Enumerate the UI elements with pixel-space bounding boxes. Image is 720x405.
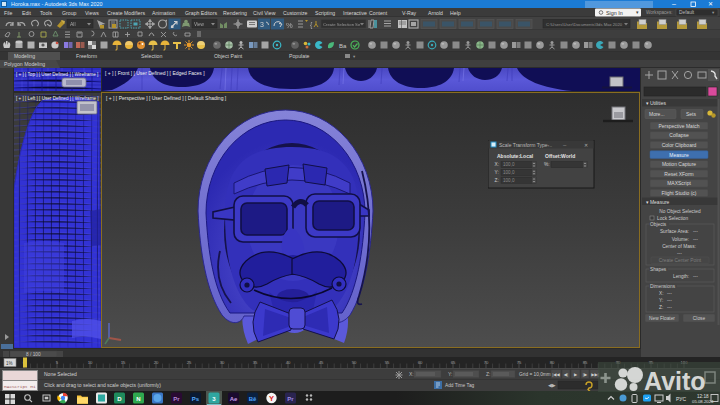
- svg-text:Bē: Bē: [249, 396, 257, 402]
- svg-text:✕: ✕: [708, 1, 713, 7]
- svg-text:45: 45: [319, 360, 324, 365]
- svg-text:Lock Selection: Lock Selection: [657, 216, 689, 221]
- svg-text:Horoka.max - Autodesk 3ds Max: Horoka.max - Autodesk 3ds Max 2020: [11, 1, 102, 7]
- svg-text:Views: Views: [85, 10, 99, 16]
- svg-text:✕: ✕: [584, 142, 588, 148]
- svg-text:3: 3: [260, 21, 264, 28]
- svg-text:Civil View: Civil View: [253, 10, 276, 16]
- svg-text:[ + ] [ Front ] [ User Defined: [ + ] [ Front ] [ User Defined ] [ Edged…: [105, 70, 205, 76]
- svg-text:Length:: Length:: [673, 274, 689, 279]
- svg-text:Arnold: Arnold: [428, 10, 443, 16]
- svg-text:More...: More...: [649, 111, 665, 117]
- svg-text:Modifiers: Modifiers: [124, 10, 145, 16]
- svg-text:C:\Users\User\Documents\3ds Ma: C:\Users\User\Documents\3ds Max 2020: [546, 22, 623, 27]
- svg-text:Content: Content: [369, 10, 388, 16]
- svg-text:10: 10: [88, 360, 93, 365]
- svg-text:Customize: Customize: [283, 10, 308, 16]
- svg-text:[ + ] [ Left ] [ User Defined: [ + ] [ Left ] [ User Defined ] [ Wirefr…: [16, 96, 99, 101]
- svg-text:Modeling: Modeling: [14, 53, 35, 59]
- svg-text:---: ---: [693, 229, 698, 234]
- svg-text:...: ...: [548, 142, 552, 148]
- svg-text:Dimensions: Dimensions: [650, 284, 676, 289]
- svg-text:Color Clipboard: Color Clipboard: [662, 142, 697, 148]
- svg-text:MAXScript: MAXScript: [667, 180, 691, 186]
- svg-text:None Selected: None Selected: [44, 371, 77, 377]
- svg-text:Close: Close: [693, 316, 706, 321]
- svg-text:Measure: Measure: [669, 152, 689, 158]
- svg-text:15: 15: [121, 360, 126, 365]
- svg-text:Y:: Y:: [448, 371, 452, 377]
- svg-text:Ae: Ae: [230, 396, 238, 402]
- svg-text:Freeform: Freeform: [76, 53, 97, 59]
- svg-text:100,0: 100,0: [503, 170, 515, 175]
- svg-text:Perspective Match: Perspective Match: [658, 123, 699, 129]
- svg-text:Pr: Pr: [287, 396, 294, 402]
- svg-text:Help: Help: [450, 10, 461, 16]
- svg-text:Create: Create: [107, 10, 123, 16]
- svg-text:%:: %:: [544, 162, 550, 167]
- svg-text:Shapes: Shapes: [650, 267, 667, 272]
- svg-text:Graph Editors: Graph Editors: [185, 10, 217, 16]
- svg-text:X:: X:: [409, 371, 414, 377]
- svg-text:60: 60: [418, 360, 423, 365]
- svg-text:Default: Default: [679, 10, 695, 15]
- svg-text:Rendering: Rendering: [223, 10, 247, 16]
- svg-text:▾: ▾: [353, 54, 356, 59]
- svg-text:Offset:World: Offset:World: [545, 153, 575, 159]
- svg-text:Ba: Ba: [339, 43, 347, 49]
- svg-text:55: 55: [385, 360, 390, 365]
- svg-text:35: 35: [253, 360, 258, 365]
- svg-text:Tools: Tools: [40, 10, 53, 16]
- svg-text:65: 65: [451, 360, 456, 365]
- svg-text:РУС: РУС: [676, 396, 686, 402]
- svg-text:◀|: ◀|: [564, 372, 568, 377]
- svg-text:Group: Group: [62, 10, 77, 16]
- svg-text:%: %: [286, 21, 293, 30]
- svg-text:X:: X:: [659, 291, 664, 296]
- svg-text:---: ---: [677, 251, 682, 256]
- svg-text:Polygon Modeling: Polygon Modeling: [4, 61, 45, 67]
- svg-text:Y: Y: [269, 394, 274, 403]
- svg-text:Absolute:Local: Absolute:Local: [497, 153, 534, 159]
- svg-text:5: 5: [56, 360, 59, 365]
- svg-text:Z:: Z:: [486, 371, 490, 377]
- svg-text:Ps: Ps: [192, 396, 200, 402]
- svg-text:Y:: Y:: [659, 298, 663, 303]
- svg-text:V-Ray: V-Ray: [402, 10, 417, 16]
- svg-text:---: ---: [667, 305, 672, 310]
- svg-text:Edit: Edit: [22, 10, 31, 16]
- svg-text:Interactive: Interactive: [343, 10, 367, 16]
- svg-text:---: ---: [693, 274, 698, 279]
- svg-text:–: –: [672, 0, 676, 7]
- svg-text:[ + ] [ Top ] [ User Defined ]: [ + ] [ Top ] [ User Defined ] [ Wirefra…: [16, 72, 98, 77]
- svg-text:100,0: 100,0: [503, 178, 515, 183]
- svg-text:Center of Mass:: Center of Mass:: [662, 244, 696, 249]
- svg-text:Object Paint: Object Paint: [214, 53, 243, 59]
- svg-text:View: View: [194, 22, 205, 27]
- svg-text:Click and drag to select and s: Click and drag to select and scale objec…: [44, 382, 161, 388]
- svg-text:[ + ] [ Perspective ] [ User D: [ + ] [ Perspective ] [ User Defined ] […: [106, 95, 227, 101]
- svg-text:Sign In: Sign In: [606, 10, 623, 16]
- svg-text:Scripting: Scripting: [315, 10, 335, 16]
- svg-text:Animation: Animation: [152, 10, 175, 16]
- svg-text:Flight Studio (c): Flight Studio (c): [661, 190, 696, 196]
- svg-text:Scale Transform Type-: Scale Transform Type-: [499, 142, 550, 148]
- svg-text:▾ Utilities: ▾ Utilities: [646, 100, 667, 106]
- svg-text:Z:: Z:: [659, 305, 663, 310]
- svg-text:Motion Capture: Motion Capture: [662, 161, 696, 167]
- svg-text:N: N: [136, 396, 140, 402]
- svg-text:30: 30: [220, 360, 225, 365]
- svg-text:75: 75: [517, 360, 522, 365]
- svg-text:Reset XForm: Reset XForm: [664, 171, 693, 177]
- svg-text:▾ Measure: ▾ Measure: [646, 199, 670, 205]
- svg-text:80: 80: [550, 360, 555, 365]
- svg-text:No Object Selected: No Object Selected: [659, 209, 701, 214]
- svg-text:Populate: Populate: [289, 53, 310, 59]
- svg-text:Y:: Y:: [495, 170, 499, 175]
- svg-text:Volume:: Volume:: [672, 237, 689, 242]
- svg-text:Grid = 10,0mm: Grid = 10,0mm: [519, 372, 551, 377]
- svg-text:Add Time Tag: Add Time Tag: [445, 383, 475, 388]
- svg-text:D: D: [117, 396, 122, 402]
- svg-text:Sets: Sets: [686, 111, 697, 117]
- svg-text:25: 25: [187, 360, 192, 365]
